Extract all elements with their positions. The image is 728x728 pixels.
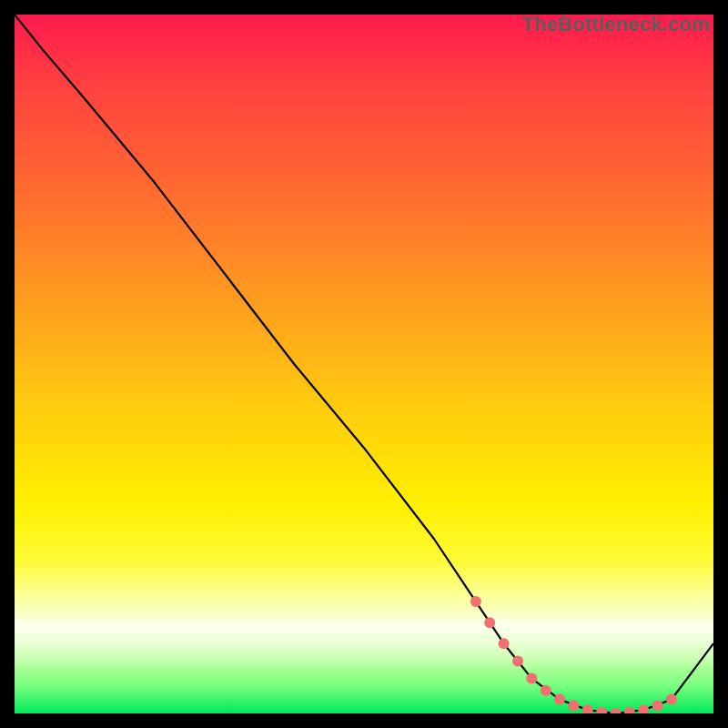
watermark-text: TheBottleneck.com: [522, 13, 710, 36]
marker-dot: [541, 685, 551, 696]
marker-dot: [470, 596, 481, 607]
marker-dot: [666, 694, 677, 705]
curve-path: [15, 15, 713, 713]
marker-dot: [499, 638, 510, 649]
plot-area: TheBottleneck.com: [15, 15, 713, 713]
marker-dot: [582, 704, 593, 713]
marker-dot: [624, 707, 635, 713]
marker-dot: [638, 704, 649, 713]
chart-frame: TheBottleneck.com: [15, 15, 713, 713]
marker-dot: [526, 673, 537, 684]
curve-line: [15, 15, 713, 713]
marker-dot: [611, 708, 622, 713]
marker-dot: [568, 701, 579, 712]
highlight-markers: [470, 596, 677, 713]
marker-dot: [596, 707, 607, 713]
marker-dot: [652, 701, 663, 712]
marker-dot: [484, 617, 495, 628]
marker-dot: [554, 694, 565, 705]
marker-dot: [512, 655, 523, 666]
chart-svg: [15, 15, 713, 713]
